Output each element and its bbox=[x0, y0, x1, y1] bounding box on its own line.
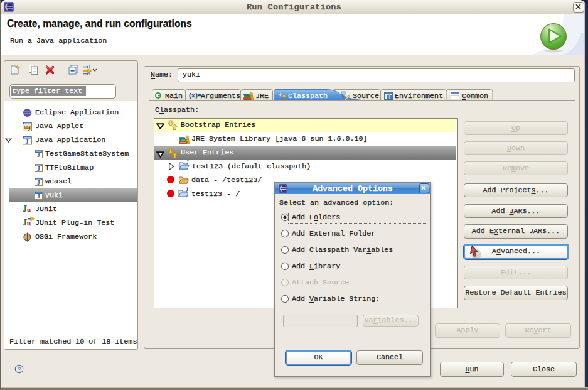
svg-text:J: J bbox=[37, 180, 40, 186]
svg-text:J: J bbox=[37, 193, 40, 200]
svg-text:J: J bbox=[37, 152, 40, 158]
svg-text:J: J bbox=[26, 138, 29, 145]
svg-text:J: J bbox=[28, 126, 31, 132]
svg-text:?: ? bbox=[18, 366, 21, 373]
svg-text:J: J bbox=[37, 166, 40, 172]
